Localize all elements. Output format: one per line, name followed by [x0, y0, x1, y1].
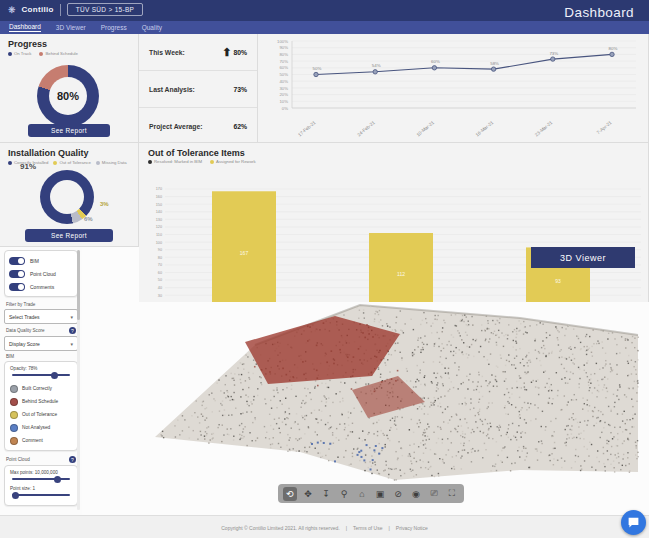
built-correctly-swatch: [10, 385, 18, 393]
opacity-slider[interactable]: [12, 374, 70, 376]
out-of-tolerance-swatch: [10, 411, 18, 419]
svg-text:30%: 30%: [279, 86, 288, 91]
svg-text:150: 150: [156, 203, 162, 207]
svg-text:50%: 50%: [279, 72, 288, 77]
viewer-toolbar: ⟲✥↧⚲⌂▣⊘◉⎚⛶: [278, 484, 464, 503]
svg-text:140: 140: [156, 210, 162, 214]
svg-text:160: 160: [156, 195, 162, 199]
help-icon[interactable]: ?: [69, 456, 76, 463]
nav-bar: Dashboard 3D Viewer Progress Quality: [0, 21, 649, 34]
app-window: ⟲✥↧⚲⌂▣⊘◉⎚⛶ ❋ Contilio TÜV SÜD > 15-BP Da…: [0, 0, 649, 538]
progress-donut-value: 80%: [49, 77, 87, 115]
out-of-tolerance-card: Out of Tolerance Items Resolved: Marked …: [139, 143, 649, 302]
project-breadcrumb[interactable]: TÜV SÜD > 15-BP: [67, 3, 144, 16]
screenshot-icon[interactable]: ⎚: [427, 487, 441, 501]
svg-text:58%: 58%: [490, 61, 499, 66]
chat-widget-button[interactable]: [621, 510, 646, 535]
nav-progress[interactable]: Progress: [101, 24, 127, 31]
behind-schedule-dot: [39, 52, 43, 56]
opacity-label: Opacity: 78%: [10, 366, 72, 371]
terms-of-use-link[interactable]: Terms of Use: [353, 525, 382, 531]
quality-segment-label-3: 3%: [100, 201, 109, 207]
svg-text:24-Feb-21: 24-Feb-21: [356, 120, 376, 138]
fullscreen-icon[interactable]: ⛶: [445, 487, 459, 501]
out-of-tolerance-title: Out of Tolerance Items: [148, 148, 648, 158]
footer-divider: |: [346, 525, 347, 531]
opacity-slider-knob[interactable]: [51, 372, 58, 379]
svg-text:60%: 60%: [279, 65, 288, 70]
out-of-tolerance-bar-chart: 3040506070809010011012013014015016017016…: [139, 164, 647, 302]
point-cloud-settings-card: Max points: 10,000,000 Point size: 1: [4, 465, 78, 506]
contilio-logo-icon: ❋: [8, 5, 16, 15]
page-title: Dashboard: [564, 5, 634, 20]
installation-quality-card: Installation Quality Correctly Installed…: [0, 143, 139, 247]
show-icon[interactable]: ◉: [409, 487, 423, 501]
point-size-slider-knob[interactable]: [12, 492, 19, 499]
correctly-installed-dot: [8, 161, 12, 165]
top-bar: ❋ Contilio TÜV SÜD > 15-BP Dashboard: [0, 0, 649, 21]
max-points-slider-knob[interactable]: [54, 476, 61, 483]
svg-text:70%: 70%: [279, 59, 288, 64]
quality-segment-label-6: 6%: [84, 216, 93, 222]
stat-row-this-week: This Week: ⬆80%: [139, 34, 257, 71]
missing-data-dot: [96, 161, 100, 165]
svg-text:110: 110: [156, 233, 162, 237]
not-analysed-swatch: [10, 424, 18, 432]
progress-trend-chart: 0%10%20%30%40%50%60%70%80%90%100%50%17-F…: [258, 34, 647, 142]
comments-toggle[interactable]: [9, 283, 25, 291]
bim-section-label: BIM: [6, 354, 76, 359]
svg-text:40%: 40%: [279, 79, 288, 84]
bim-toggle[interactable]: [9, 257, 25, 265]
max-points-slider[interactable]: [12, 478, 70, 480]
pan-icon[interactable]: ✥: [301, 487, 315, 501]
footer-divider: |: [388, 525, 389, 531]
panel-scrollbar: [77, 250, 80, 510]
brand-name: Contilio: [22, 5, 54, 14]
svg-text:100%: 100%: [277, 39, 288, 44]
help-icon[interactable]: ?: [69, 327, 76, 334]
progress-title: Progress: [8, 39, 138, 49]
nav-3d-viewer[interactable]: 3D Viewer: [56, 24, 86, 31]
svg-text:73%: 73%: [549, 51, 558, 56]
svg-text:80%: 80%: [609, 46, 618, 51]
point-cloud-toggle[interactable]: [9, 270, 25, 278]
fit-view-icon[interactable]: ▣: [373, 487, 387, 501]
chevron-down-icon: ▾: [70, 314, 73, 320]
resolved-dot: [148, 160, 152, 164]
stat-row-last-analysis: Last Analysis: 73%: [139, 71, 257, 108]
point-size-slider[interactable]: [12, 494, 70, 496]
walk-icon[interactable]: ⚲: [337, 487, 351, 501]
svg-text:100: 100: [156, 241, 162, 245]
svg-text:70: 70: [158, 263, 162, 267]
privacy-notice-link[interactable]: Privacy Notice: [396, 525, 428, 531]
nav-dashboard[interactable]: Dashboard: [9, 23, 41, 32]
svg-text:10%: 10%: [279, 99, 288, 104]
installation-quality-title: Installation Quality: [8, 148, 138, 158]
comments-toggle-row: Comments: [9, 280, 73, 293]
panel-scrollbar-thumb[interactable]: [77, 250, 80, 320]
stats-card: This Week: ⬆80% Last Analysis: 73% Proje…: [139, 34, 258, 143]
svg-text:7-Apr-21: 7-Apr-21: [596, 120, 613, 136]
home-icon[interactable]: ⌂: [355, 487, 369, 501]
nav-quality[interactable]: Quality: [142, 24, 162, 31]
point-cloud-toggle-row: Point Cloud: [9, 267, 73, 280]
zoom-down-icon[interactable]: ↧: [319, 487, 333, 501]
svg-text:30: 30: [158, 294, 162, 298]
chat-icon: [627, 516, 640, 529]
bim-toggle-row: BIM: [9, 254, 73, 267]
progress-see-report-button[interactable]: See Report: [28, 124, 110, 137]
brand-row: ❋ Contilio TÜV SÜD > 15-BP: [8, 3, 143, 16]
copyright-text: Copyright © Contilio Limited 2021. All r…: [221, 525, 339, 531]
trade-filter-select[interactable]: Select Trades▾: [4, 309, 78, 324]
hide-icon[interactable]: ⊘: [391, 487, 405, 501]
on-track-dot: [8, 52, 12, 56]
point-cloud-section-label: Point Cloud ?: [6, 456, 76, 463]
filter-by-trade-label: Filter by Trade: [6, 302, 76, 307]
display-score-select[interactable]: Display Score▾: [4, 336, 78, 351]
svg-text:90: 90: [158, 248, 162, 252]
svg-text:50%: 50%: [313, 66, 322, 71]
svg-text:130: 130: [156, 218, 162, 222]
quality-see-report-button[interactable]: See Report: [25, 229, 113, 242]
orbit-icon[interactable]: ⟲: [283, 487, 297, 501]
svg-text:167: 167: [240, 250, 249, 256]
